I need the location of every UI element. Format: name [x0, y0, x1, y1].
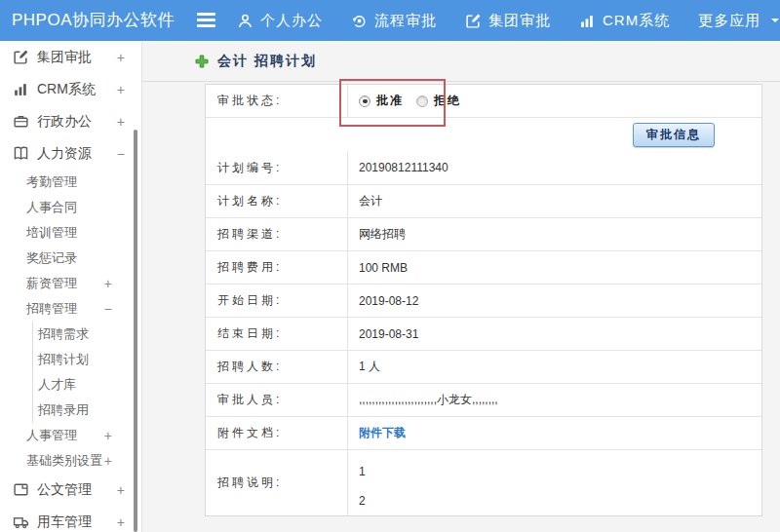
radio-label: 拒绝 — [434, 93, 461, 109]
sidebar-item-talent-pool[interactable]: 人才库 — [0, 372, 141, 398]
menu-toggle-icon[interactable] — [197, 13, 215, 28]
expand-plus-icon[interactable]: + — [117, 50, 125, 65]
nav-label: 集团审批 — [488, 12, 551, 30]
truck-icon — [13, 513, 29, 530]
sidebar-item-label: 培训管理 — [26, 224, 77, 242]
sidebar-item-personnel-mgmt[interactable]: 人事管理+ — [0, 423, 141, 448]
sidebar-item-label: 行政办公 — [37, 113, 92, 131]
expand-plus-icon[interactable]: + — [104, 276, 112, 291]
sidebar-item-label: 招聘录用 — [38, 401, 89, 419]
field-row-end-date: 结束日期:2019-08-31 — [206, 317, 761, 350]
sidebar-item-label: 薪资管理 — [26, 275, 77, 292]
detail-table: 审批状态: 批准拒绝 审批信息 计划编号:20190812111340计划名称:… — [205, 84, 762, 516]
field-row-recruit-channel: 招聘渠道:网络招聘 — [206, 217, 761, 250]
sidebar-item-crm-system[interactable]: CRM系统+ — [0, 73, 141, 105]
sidebar-item-recruit-plan[interactable]: 招聘计划 — [0, 347, 141, 372]
sidebar-item-group-approval[interactable]: 集团审批+ — [0, 41, 141, 73]
sidebar-item-label: 人力资源 — [37, 145, 92, 163]
document-icon — [13, 481, 29, 498]
field-value-line: 1 — [359, 457, 761, 486]
edit-square-icon — [465, 13, 482, 29]
sidebar-item-recruit-hiring[interactable]: 招聘录用 — [0, 398, 141, 423]
sidebar-scrollbar[interactable] — [134, 130, 137, 532]
expand-plus-icon[interactable]: + — [117, 514, 125, 530]
sidebar-item-vehicle-mgmt[interactable]: 用车管理+ — [0, 506, 141, 532]
book-icon — [13, 145, 29, 162]
attachment-download-link[interactable]: 附件下载 — [359, 425, 406, 441]
field-row-attachment: 附件文档:附件下载 — [206, 416, 761, 449]
caret-down-icon — [770, 16, 780, 25]
sidebar-item-human-resources[interactable]: 人力资源− — [0, 137, 141, 170]
sidebar-item-hr-contract[interactable]: 人事合同 — [0, 195, 141, 220]
content-area: 会计 招聘计划 审批状态: 批准拒绝 审批信息 计划编号:20190812111… — [142, 41, 780, 532]
sidebar-item-recruit-mgmt[interactable]: 招聘管理− — [0, 296, 141, 322]
field-value-attachment: 附件下载 — [348, 417, 761, 449]
field-label-recruit-headcount: 招聘人数: — [206, 351, 348, 383]
expand-plus-icon[interactable]: + — [117, 482, 125, 498]
expand-plus-icon[interactable]: + — [117, 82, 125, 97]
field-label-start-date: 开始日期: — [206, 285, 348, 317]
field-row-recruit-headcount: 招聘人数:1 人 — [206, 350, 761, 383]
sidebar-item-reward-punish-records[interactable]: 奖惩记录 — [0, 246, 141, 271]
sidebar-item-label: 人事合同 — [26, 199, 77, 216]
nav-item-group-approval[interactable]: 集团审批 — [465, 12, 551, 30]
field-label-approval-status: 审批状态: — [206, 85, 348, 117]
field-label-plan-number: 计划编号: — [206, 151, 348, 184]
top-header: PHPOA协同办公软件 个人办公流程审批集团审批CRM系统更多应用 — [0, 0, 780, 41]
field-label-recruit-cost: 招聘费用: — [206, 251, 348, 284]
sidebar-item-label: 考勤管理 — [26, 173, 77, 191]
field-row-recruit-cost: 招聘费用:100 RMB — [206, 250, 761, 284]
nav-item-more-apps[interactable]: 更多应用 — [698, 12, 780, 30]
field-label-recruit-channel: 招聘渠道: — [206, 218, 348, 250]
expand-plus-icon[interactable]: + — [117, 114, 125, 130]
sidebar-item-recruit-demand[interactable]: 招聘需求 — [0, 322, 141, 347]
sidebar-item-label: 用车管理 — [37, 513, 92, 531]
radio-label: 批准 — [376, 93, 404, 109]
expand-plus-icon[interactable]: + — [104, 428, 112, 443]
add-icon — [195, 55, 209, 68]
field-value-line: 2 — [359, 486, 761, 515]
field-value-recruit-cost: 100 RMB — [348, 251, 761, 284]
field-label-approvers: 审批人员: — [206, 384, 348, 416]
page-title: 会计 招聘计划 — [217, 53, 317, 70]
approval-status-row: 审批状态: 批准拒绝 — [206, 85, 761, 117]
approval-radio-group: 批准拒绝 — [348, 85, 761, 117]
sidebar-item-admin-office[interactable]: 行政办公+ — [0, 105, 141, 137]
collapse-minus-icon[interactable]: − — [104, 301, 112, 317]
page-title-bar: 会计 招聘计划 — [142, 41, 780, 82]
field-value-approvers: ,,,,,,,,,,,,,,,,,,,,,,,,小龙女,,,,,,,, — [348, 384, 761, 416]
process-icon — [351, 13, 368, 29]
radio-unselected-1[interactable] — [416, 95, 428, 107]
nav-label: 流程审批 — [374, 12, 437, 30]
field-value-end-date: 2019-08-31 — [348, 318, 761, 350]
nav-item-personal-office[interactable]: 个人办公 — [237, 12, 323, 30]
field-row-plan-name: 计划名称:会计 — [206, 184, 761, 217]
field-value-plan-name: 会计 — [348, 185, 761, 217]
approval-info-button[interactable]: 审批信息 — [633, 123, 715, 147]
sidebar-menu: 集团审批+CRM系统+行政办公+人力资源−考勤管理人事合同培训管理奖惩记录薪资管… — [0, 41, 141, 532]
field-row-approvers: 审批人员:,,,,,,,,,,,,,,,,,,,,,,,,小龙女,,,,,,,, — [206, 383, 761, 416]
nav-label: 个人办公 — [260, 12, 323, 30]
field-label-recruit-description: 招聘说明: — [206, 450, 348, 515]
sidebar: 集团审批+CRM系统+行政办公+人力资源−考勤管理人事合同培训管理奖惩记录薪资管… — [0, 41, 142, 532]
sidebar-item-label: 基础类别设置 — [26, 452, 102, 470]
approval-button-row: 审批信息 — [206, 117, 761, 151]
field-label-end-date: 结束日期: — [206, 318, 348, 350]
sidebar-item-label: 招聘管理 — [26, 300, 77, 318]
sidebar-item-document-mgmt[interactable]: 公文管理+ — [0, 474, 141, 506]
radio-selected-0[interactable] — [359, 95, 370, 107]
briefcase-icon — [13, 113, 29, 130]
app-root: PHPOA协同办公软件 个人办公流程审批集团审批CRM系统更多应用 集团审批+C… — [0, 0, 780, 532]
sidebar-item-salary-mgmt[interactable]: 薪资管理+ — [0, 271, 141, 296]
nav-item-process-approval[interactable]: 流程审批 — [351, 12, 437, 30]
collapse-minus-icon[interactable]: − — [117, 146, 125, 162]
field-row-start-date: 开始日期:2019-08-12 — [206, 284, 761, 317]
nav-label: 更多应用 — [698, 12, 760, 30]
nav-item-crm-system[interactable]: CRM系统 — [579, 12, 670, 30]
sidebar-item-training-mgmt[interactable]: 培训管理 — [0, 220, 141, 246]
sidebar-item-label: 人事管理 — [26, 427, 77, 444]
sidebar-item-basic-category-settings[interactable]: 基础类别设置+ — [0, 448, 141, 474]
expand-plus-icon[interactable]: + — [104, 453, 112, 469]
sidebar-item-label: CRM系统 — [37, 81, 96, 98]
sidebar-item-attendance-mgmt[interactable]: 考勤管理 — [0, 170, 141, 195]
